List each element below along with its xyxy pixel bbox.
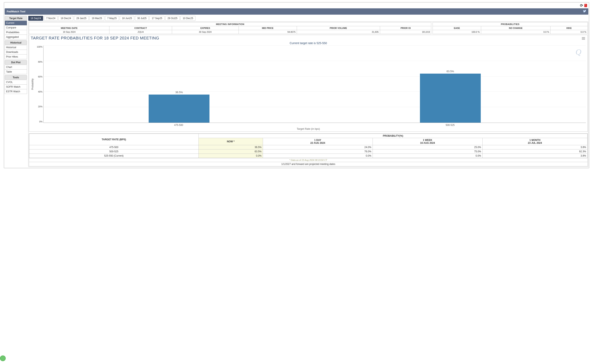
prob-cell: 3.8% bbox=[482, 145, 587, 150]
date-tab[interactable]: 29 Jan25 bbox=[74, 16, 88, 21]
meeting-info-title: MEETING INFORMATION bbox=[29, 22, 431, 26]
date-tab[interactable]: 7 May25 bbox=[105, 16, 119, 21]
sidebar-item-compare[interactable]: Compare bbox=[5, 26, 27, 30]
prob-cell: 76.0% bbox=[263, 150, 373, 154]
date-tab[interactable]: 18 Dec24 bbox=[58, 16, 73, 21]
period-header[interactable]: NOW * bbox=[198, 138, 263, 145]
content-panel: MEETING INFORMATION MEETING DATECONTRACT… bbox=[28, 22, 588, 167]
sidebar-item-probabilities[interactable]: Probabilities bbox=[5, 30, 27, 35]
rate-cell: 525-550 (Current) bbox=[29, 154, 199, 158]
sidebar-item-historical[interactable]: Historical bbox=[5, 45, 27, 50]
y-tick: 60% bbox=[34, 75, 43, 78]
grid-line bbox=[44, 76, 586, 77]
tool-title-bar: FedWatch Tool bbox=[5, 8, 588, 15]
prob-cell: 75.0% bbox=[372, 150, 482, 154]
bar-wrap: 63.5% bbox=[412, 46, 488, 123]
prob-table-card: TARGET RATE (BPS)PROBABILITY(%)NOW *1 DA… bbox=[29, 133, 588, 166]
prob-cell: 92.3% bbox=[482, 150, 587, 154]
prob-cell: 3.8% bbox=[482, 154, 587, 158]
sidebar-item-current[interactable]: Current bbox=[5, 21, 27, 26]
sidebar: Target RateCurrentCompareProbabilitiesAg… bbox=[5, 16, 27, 167]
prob-value-cell: 0.0 % bbox=[481, 30, 550, 34]
chart-menu-icon[interactable] bbox=[581, 36, 586, 41]
date-tab[interactable]: 19 Mar25 bbox=[90, 16, 104, 21]
y-axis-ticks: 0%20%40%60%80%100% bbox=[34, 46, 43, 123]
meeting-header-cell: PRIOR VOLUME bbox=[297, 26, 380, 30]
meeting-header-cell: MEETING DATE bbox=[29, 26, 109, 30]
date-tab[interactable]: 18 Jun25 bbox=[120, 16, 134, 21]
rate-cell: 475-500 bbox=[29, 145, 199, 150]
sidebar-item-prior-hikes[interactable]: Prior Hikes bbox=[5, 54, 27, 59]
app-frame: ⟳ ▾ FedWatch Tool Target RateCurrentComp… bbox=[4, 2, 589, 168]
period-header[interactable]: 1 DAY22 AUG 2024 bbox=[263, 138, 373, 145]
y-tick: 80% bbox=[34, 61, 43, 63]
bar-wrap: 36.5% bbox=[141, 46, 217, 123]
date-tab[interactable]: 10 Dec25 bbox=[180, 16, 195, 21]
sidebar-section-header: Historical bbox=[5, 40, 27, 45]
date-tab[interactable]: 17 Sep25 bbox=[150, 16, 164, 21]
prob-group-header: PROBABILITY(%) bbox=[198, 134, 587, 138]
sidebar-section-header: Dot Plot bbox=[5, 60, 27, 65]
prob-cell: 25.0% bbox=[372, 145, 482, 150]
rate-col-header: TARGET RATE (BPS) bbox=[29, 134, 199, 145]
period-header[interactable]: 1 MONTH23 JUL 2024 bbox=[482, 138, 587, 145]
date-tab[interactable]: 7 Nov24 bbox=[44, 16, 58, 21]
meeting-value-cell: 30 Sep 2024 bbox=[172, 30, 239, 34]
y-tick: 100% bbox=[34, 46, 43, 48]
pdf-icon[interactable]: ▾ bbox=[584, 4, 587, 7]
rate-cell: 500-525 bbox=[29, 150, 199, 154]
prob-header-cell: HIKE bbox=[550, 26, 587, 30]
tool-title: FedWatch Tool bbox=[7, 10, 26, 13]
bar[interactable] bbox=[420, 74, 481, 123]
prob-info-title: PROBABILITIES bbox=[433, 22, 587, 26]
sidebar-item-aggregated[interactable]: Aggregated bbox=[5, 35, 27, 39]
prob-info-box: PROBABILITIES EASENO CHANGEHIKE 100.0 %0… bbox=[433, 22, 588, 34]
sidebar-section-header: Tools bbox=[5, 75, 27, 80]
sidebar-item-sofr-watch[interactable]: SOFR Watch bbox=[5, 84, 27, 89]
meeting-value-cell: 181,819 bbox=[380, 30, 431, 34]
meeting-value-cell: 94.8075 bbox=[239, 30, 297, 34]
x-tick: 500-525 bbox=[412, 124, 488, 126]
prob-cell: 0.0% bbox=[372, 154, 482, 158]
meeting-value-cell: 18 Sep 2024 bbox=[29, 30, 109, 34]
prob-table: TARGET RATE (BPS)PROBABILITY(%)NOW *1 DA… bbox=[29, 134, 587, 158]
grid-line bbox=[44, 107, 586, 107]
meeting-info-table: MEETING DATECONTRACTEXPIRESMID PRICEPRIO… bbox=[29, 26, 431, 34]
bar[interactable] bbox=[149, 95, 209, 123]
meeting-header-cell: EXPIRES bbox=[172, 26, 239, 30]
prob-cell: 0.0% bbox=[263, 154, 373, 158]
period-header[interactable]: 1 WEEK16 AUG 2024 bbox=[372, 138, 482, 145]
bar-value-label: 63.5% bbox=[447, 70, 454, 73]
prob-value-cell: 0.0 % bbox=[550, 30, 587, 34]
sidebar-item-downloads[interactable]: Downloads bbox=[5, 50, 27, 54]
x-axis-ticks: 475-500500-525 bbox=[43, 124, 586, 126]
prob-value-cell: 100.0 % bbox=[433, 30, 481, 34]
meeting-header-cell: MID PRICE bbox=[239, 26, 297, 30]
chart-title: TARGET RATE PROBABILITIES FOR 18 SEP 202… bbox=[31, 36, 159, 40]
sidebar-item-table[interactable]: Table bbox=[5, 70, 27, 74]
meeting-value-cell: 31,835 bbox=[297, 30, 380, 34]
prob-cell: 36.5% bbox=[198, 145, 263, 150]
chart-plot: 36.5%63.5% bbox=[43, 46, 586, 123]
twitter-icon[interactable] bbox=[583, 10, 586, 13]
chart-card: TARGET RATE PROBABILITIES FOR 18 SEP 202… bbox=[29, 35, 588, 132]
prob-cell: 0.0% bbox=[198, 154, 263, 158]
date-tab[interactable]: 29 Oct25 bbox=[165, 16, 180, 21]
meeting-header-cell: PRIOR OI bbox=[380, 26, 431, 30]
date-tab[interactable]: 18 Sep24 bbox=[28, 16, 43, 21]
top-toolbar: ⟳ ▾ bbox=[5, 3, 588, 8]
table-row: 475-50036.5%24.0%25.0%3.8% bbox=[29, 145, 587, 150]
y-tick: 40% bbox=[34, 91, 43, 93]
chart-area: Probability 0%20%40%60%80%100% 36.5%63.5… bbox=[31, 46, 586, 123]
date-tab[interactable]: 30 Jul25 bbox=[135, 16, 149, 21]
sidebar-item-chart[interactable]: Chart bbox=[5, 65, 27, 70]
grid-line bbox=[44, 91, 586, 92]
sidebar-item-cvol[interactable]: CVOL bbox=[5, 80, 27, 84]
prob-header-cell: EASE bbox=[433, 26, 481, 30]
prob-cell: 24.0% bbox=[263, 145, 373, 150]
table-footnote-2: 1/1/2027 and forward are projected meeti… bbox=[29, 162, 587, 166]
prob-info-table: EASENO CHANGEHIKE 100.0 %0.0 %0.0 % bbox=[433, 26, 587, 34]
meeting-header-cell: CONTRACT bbox=[109, 26, 172, 30]
sidebar-item-estr-watch[interactable]: ESTR Watch bbox=[5, 89, 27, 94]
refresh-icon[interactable]: ⟳ bbox=[580, 3, 583, 8]
